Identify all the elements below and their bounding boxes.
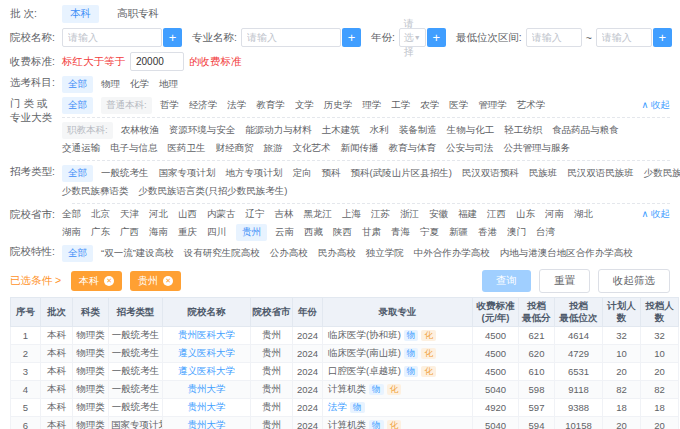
college-link[interactable]: 遵义医科大学 bbox=[163, 362, 251, 380]
filter-option[interactable]: 预科 bbox=[322, 167, 341, 180]
filter-option[interactable]: 民汉双语预科 bbox=[462, 167, 519, 180]
filter-option[interactable]: 少数民族语言类 bbox=[644, 167, 680, 180]
collapse-filter-button[interactable]: 收起筛选 bbox=[598, 269, 670, 293]
filter-option[interactable]: 香港 bbox=[478, 226, 497, 239]
filter-option[interactable]: 交通运输 bbox=[62, 142, 100, 155]
major-name-add-button[interactable]: + bbox=[342, 28, 361, 47]
filter-option[interactable]: 物理 bbox=[101, 78, 120, 91]
query-button[interactable]: 查询 bbox=[482, 270, 531, 292]
filter-option[interactable]: 民汉双语民族班 bbox=[567, 167, 634, 180]
filter-option[interactable]: 能源动力与材料 bbox=[245, 124, 312, 137]
filter-option[interactable]: 全部 bbox=[62, 76, 93, 93]
filter-option[interactable]: 定向 bbox=[293, 167, 312, 180]
filter-option[interactable]: 公安与司法 bbox=[446, 142, 494, 155]
filter-option[interactable]: 轻工纺织 bbox=[504, 124, 542, 137]
filter-option[interactable]: “双一流”建设高校 bbox=[101, 247, 174, 260]
filter-option[interactable]: 吉林 bbox=[275, 208, 294, 221]
selected-condition-tag[interactable]: 贵州✕ bbox=[130, 271, 181, 291]
filter-option[interactable]: 法学 bbox=[227, 99, 246, 112]
filter-option[interactable]: 财经商贸 bbox=[216, 142, 254, 155]
tab-gaozhi-zhuanke[interactable]: 高职专科 bbox=[109, 5, 167, 23]
filter-option[interactable]: 民办高校 bbox=[318, 247, 356, 260]
filter-option[interactable]: 北京 bbox=[91, 208, 110, 221]
filter-option[interactable]: 水利 bbox=[370, 124, 389, 137]
filter-option[interactable]: 浙江 bbox=[400, 208, 419, 221]
filter-option[interactable]: 广东 bbox=[91, 226, 110, 239]
filter-option[interactable]: 新疆 bbox=[449, 226, 468, 239]
filter-option[interactable]: 国家专项计划 bbox=[159, 167, 216, 180]
filter-option[interactable]: 化学 bbox=[130, 78, 149, 91]
year-select[interactable]: 请选择 ▼ bbox=[399, 28, 426, 47]
filter-option[interactable]: 广西 bbox=[120, 226, 139, 239]
rank-range-max-input[interactable] bbox=[596, 28, 652, 47]
collapse-link[interactable]: ∧ 收起 bbox=[641, 208, 670, 221]
filter-option[interactable]: 陕西 bbox=[333, 226, 352, 239]
filter-option[interactable]: 少数民族语言类(只招少数民族考生) bbox=[139, 185, 288, 198]
filter-option[interactable]: 湖南 bbox=[62, 226, 81, 239]
filter-option[interactable]: 历史学 bbox=[324, 99, 353, 112]
filter-option[interactable]: 预科(武陵山片区县招生) bbox=[351, 167, 452, 180]
filter-option[interactable]: 农学 bbox=[420, 99, 439, 112]
college-name-add-button[interactable]: + bbox=[163, 28, 182, 47]
filter-option[interactable]: 装备制造 bbox=[399, 124, 437, 137]
filter-option[interactable]: 艺术学 bbox=[517, 99, 546, 112]
filter-option[interactable]: 福建 bbox=[458, 208, 477, 221]
filter-option[interactable]: 公办高校 bbox=[270, 247, 308, 260]
rank-range-add-button[interactable]: + bbox=[653, 28, 672, 47]
filter-option[interactable]: 教育学 bbox=[256, 99, 285, 112]
filter-option[interactable]: 医学 bbox=[449, 99, 468, 112]
fee-threshold-input[interactable] bbox=[130, 52, 184, 71]
filter-option[interactable]: 贵州 bbox=[236, 224, 267, 241]
filter-option[interactable]: 江苏 bbox=[371, 208, 390, 221]
filter-option[interactable]: 公共管理与服务 bbox=[504, 142, 571, 155]
filter-option[interactable]: 河南 bbox=[545, 208, 564, 221]
filter-option[interactable]: 农林牧渔 bbox=[121, 124, 159, 137]
filter-option[interactable]: 哲学 bbox=[160, 99, 179, 112]
close-icon[interactable]: ✕ bbox=[163, 276, 173, 286]
filter-option[interactable]: 湖北 bbox=[574, 208, 593, 221]
filter-option[interactable]: 山东 bbox=[516, 208, 535, 221]
college-link[interactable]: 贵州大学 bbox=[163, 416, 251, 429]
filter-option[interactable]: 管理学 bbox=[478, 99, 507, 112]
filter-option[interactable]: 工学 bbox=[391, 99, 410, 112]
filter-option[interactable]: 少数民族彝语类 bbox=[62, 185, 129, 198]
filter-option[interactable]: 重庆 bbox=[178, 226, 197, 239]
major-name-input[interactable] bbox=[241, 28, 341, 47]
filter-option[interactable]: 内地与港澳台地区合作办学高校 bbox=[500, 247, 633, 260]
filter-option[interactable]: 云南 bbox=[275, 226, 294, 239]
filter-option[interactable]: 海南 bbox=[149, 226, 168, 239]
filter-option[interactable]: 理学 bbox=[362, 99, 381, 112]
filter-option[interactable]: 全部 bbox=[62, 165, 93, 182]
filter-option[interactable]: 独立学院 bbox=[366, 247, 404, 260]
filter-option[interactable]: 新闻传播 bbox=[341, 142, 379, 155]
filter-option[interactable]: 资源环境与安全 bbox=[169, 124, 236, 137]
year-add-button[interactable]: + bbox=[427, 28, 446, 47]
reset-button[interactable]: 重置 bbox=[539, 269, 590, 293]
college-link[interactable]: 贵州大学 bbox=[163, 380, 251, 398]
filter-option[interactable]: 文化艺术 bbox=[293, 142, 331, 155]
filter-option[interactable]: 甘肃 bbox=[362, 226, 381, 239]
filter-option[interactable]: 宁夏 bbox=[420, 226, 439, 239]
college-link[interactable]: 贵州医科大学 bbox=[163, 326, 251, 344]
filter-option[interactable]: 山西 bbox=[178, 208, 197, 221]
filter-option[interactable]: 四川 bbox=[207, 226, 226, 239]
college-name-input[interactable] bbox=[62, 28, 162, 47]
filter-option[interactable]: 生物与化工 bbox=[447, 124, 495, 137]
filter-option[interactable]: 全部 bbox=[62, 97, 93, 114]
filter-option[interactable]: 青海 bbox=[391, 226, 410, 239]
selected-condition-tag[interactable]: 本科✕ bbox=[71, 271, 122, 291]
filter-option[interactable]: 河北 bbox=[149, 208, 168, 221]
rank-range-min-input[interactable] bbox=[526, 28, 582, 47]
filter-option[interactable]: 全部 bbox=[62, 208, 81, 221]
filter-option[interactable]: 西藏 bbox=[304, 226, 323, 239]
filter-option[interactable]: 土木建筑 bbox=[322, 124, 360, 137]
filter-option[interactable]: 文学 bbox=[295, 99, 314, 112]
tab-benke[interactable]: 本科 bbox=[62, 5, 99, 23]
filter-option[interactable]: 医药卫生 bbox=[168, 142, 206, 155]
filter-option[interactable]: 教育与体育 bbox=[389, 142, 437, 155]
filter-option[interactable]: 江西 bbox=[487, 208, 506, 221]
filter-option[interactable]: 黑龙江 bbox=[304, 208, 333, 221]
filter-option[interactable]: 民族班 bbox=[529, 167, 558, 180]
filter-option[interactable]: 辽宁 bbox=[246, 208, 265, 221]
filter-option[interactable]: 全部 bbox=[62, 245, 93, 262]
